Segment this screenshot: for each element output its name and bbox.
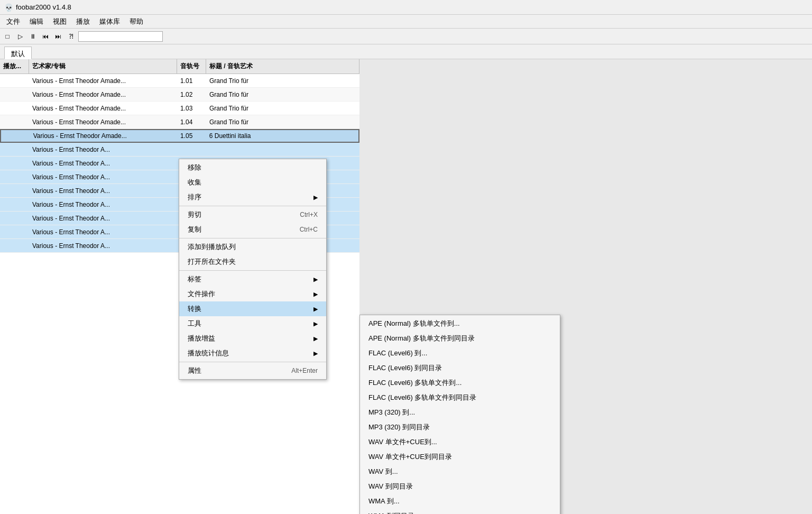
tab-default[interactable]: 默认 <box>4 47 32 59</box>
cell-artist: Various - Ernst Theodor Amade... <box>29 105 177 112</box>
context-menu-item-12[interactable]: 播放统计信息▶ <box>179 346 326 361</box>
track-header: 播放... 艺术家/专辑 音轨号 标题 / 音轨艺术 <box>0 59 359 74</box>
track-row[interactable]: Various - Ernst Theodor A... <box>0 143 359 157</box>
context-menu: 移除收集排序▶剪切Ctrl+X复制Ctrl+C添加到播放队列打开所在文件夹标签▶… <box>179 159 327 380</box>
toolbar-next[interactable]: ⏭ <box>53 31 63 42</box>
cell-artist: Various - Ernst Theodor A... <box>29 173 177 181</box>
cell-track: 1.03 <box>177 105 206 112</box>
convert-submenu-item-9[interactable]: WAV 单文件+CUE到同目录 <box>360 449 560 464</box>
header-artist: 艺术家/专辑 <box>29 59 177 74</box>
convert-submenu-item-5[interactable]: FLAC (Level6) 多轨单文件到同目录 <box>360 390 560 405</box>
convert-submenu-item-10[interactable]: WAV 到... <box>360 464 560 479</box>
cm-arrow: ▶ <box>313 335 318 342</box>
convert-submenu-item-3[interactable]: FLAC (Level6) 到同目录 <box>360 361 560 375</box>
menu-view[interactable]: 视图 <box>49 16 71 27</box>
toolbar-prev[interactable]: ⏮ <box>40 31 51 42</box>
cell-artist: Various - Ernst Theodor Amade... <box>30 132 177 140</box>
menu-bar: 文件 编辑 视图 播放 媒体库 帮助 <box>0 15 812 29</box>
menu-play[interactable]: 播放 <box>72 16 94 27</box>
convert-submenu-item-13[interactable]: WMA 到同目录 <box>360 509 560 514</box>
convert-submenu-item-4[interactable]: FLAC (Level6) 多轨单文件到... <box>360 375 560 390</box>
cell-track: 1.02 <box>177 91 206 98</box>
convert-submenu-item-8[interactable]: WAV 单文件+CUE到... <box>360 435 560 449</box>
context-menu-item-9[interactable]: 转换▶ <box>179 301 326 316</box>
convert-label: WAV 单文件+CUE到... <box>368 437 437 447</box>
app-icon: 💀 <box>4 3 13 12</box>
cell-track: 1.01 <box>177 77 206 85</box>
track-row[interactable]: Various - Ernst Theodor Amade... 1.04 Gr… <box>0 115 359 129</box>
cm-label: 文件操作 <box>188 289 215 299</box>
cell-title: Grand Trio für <box>206 105 359 112</box>
context-menu-item-5[interactable]: 添加到播放队列 <box>179 240 326 254</box>
context-menu-item-6[interactable]: 打开所在文件夹 <box>179 254 326 269</box>
convert-label: FLAC (Level6) 多轨单文件到... <box>368 378 462 388</box>
convert-label: WAV 到... <box>368 467 398 476</box>
track-row[interactable]: Various - Ernst Theodor Amade... 1.02 Gr… <box>0 88 359 102</box>
cm-separator <box>179 270 326 271</box>
convert-submenu-item-0[interactable]: APE (Normal) 多轨单文件到... <box>360 316 560 331</box>
cm-label: 添加到播放队列 <box>188 242 236 252</box>
menu-file[interactable]: 文件 <box>2 16 24 27</box>
cm-label: 移除 <box>188 163 201 172</box>
cm-separator <box>179 238 326 238</box>
context-menu-item-11[interactable]: 播放增益▶ <box>179 331 326 346</box>
cm-label: 收集 <box>188 178 201 187</box>
context-menu-item-1[interactable]: 收集 <box>179 175 326 190</box>
convert-submenu: APE (Normal) 多轨单文件到...APE (Normal) 多轨单文件… <box>359 315 560 514</box>
toolbar: □ ▷ ⏸ ⏮ ⏭ ⁈ <box>0 29 812 44</box>
context-menu-item-2[interactable]: 排序▶ <box>179 190 326 205</box>
context-menu-item-8[interactable]: 文件操作▶ <box>179 287 326 301</box>
context-menu-item-10[interactable]: 工具▶ <box>179 316 326 331</box>
convert-label: FLAC (Level6) 多轨单文件到同目录 <box>368 393 476 402</box>
convert-submenu-item-7[interactable]: MP3 (320) 到同目录 <box>360 420 560 435</box>
toolbar-stop[interactable]: □ <box>2 31 13 42</box>
convert-label: WMA 到同目录 <box>368 511 414 514</box>
convert-submenu-item-12[interactable]: WMA 到... <box>360 494 560 509</box>
cell-artist: Various - Ernst Theodor A... <box>29 201 177 208</box>
convert-label: MP3 (320) 到... <box>368 408 415 417</box>
cm-label: 标签 <box>188 274 201 284</box>
convert-label: WAV 单文件+CUE到同目录 <box>368 452 452 462</box>
menu-library[interactable]: 媒体库 <box>95 16 124 27</box>
cell-artist: Various - Ernst Theodor A... <box>29 146 177 153</box>
context-menu-item-13[interactable]: 属性Alt+Enter <box>179 363 326 378</box>
context-menu-item-4[interactable]: 复制Ctrl+C <box>179 222 326 237</box>
convert-submenu-item-1[interactable]: APE (Normal) 多轨单文件到同目录 <box>360 331 560 346</box>
header-play: 播放... <box>0 59 29 74</box>
cell-track: 1.05 <box>177 132 206 140</box>
menu-edit[interactable]: 编辑 <box>25 16 48 27</box>
menu-help[interactable]: 帮助 <box>125 16 147 27</box>
cm-label: 复制 <box>188 225 201 234</box>
search-input[interactable] <box>78 31 163 42</box>
cm-label: 打开所在文件夹 <box>188 257 236 267</box>
track-row[interactable]: Various - Ernst Theodor Amade... 1.01 Gr… <box>0 74 359 88</box>
context-menu-item-7[interactable]: 标签▶ <box>179 272 326 287</box>
track-row[interactable]: Various - Ernst Theodor Amade... 1.05 6 … <box>0 129 359 143</box>
cm-arrow: ▶ <box>313 350 318 357</box>
convert-label: APE (Normal) 多轨单文件到... <box>368 319 460 328</box>
cm-arrow: ▶ <box>313 276 318 283</box>
context-menu-item-0[interactable]: 移除 <box>179 160 326 175</box>
toolbar-play[interactable]: ▷ <box>15 31 25 42</box>
cm-arrow: ▶ <box>313 194 318 201</box>
cm-label: 播放增益 <box>188 334 215 343</box>
toolbar-misc[interactable]: ⁈ <box>66 31 76 42</box>
cell-title: 6 Duettini italia <box>206 132 358 140</box>
cm-arrow: ▶ <box>313 320 318 327</box>
cell-artist: Various - Ernst Theodor A... <box>29 215 177 222</box>
cm-label: 属性 <box>188 366 201 375</box>
convert-submenu-item-2[interactable]: FLAC (Level6) 到... <box>360 346 560 361</box>
cell-title: Grand Trio für <box>206 118 359 126</box>
convert-label: FLAC (Level6) 到... <box>368 348 427 358</box>
track-row[interactable]: Various - Ernst Theodor Amade... 1.03 Gr… <box>0 102 359 115</box>
cm-label: 播放统计信息 <box>188 348 229 358</box>
context-menu-item-3[interactable]: 剪切Ctrl+X <box>179 207 326 222</box>
title-bar: 💀 foobar2000 v1.4.8 <box>0 0 812 15</box>
toolbar-pause[interactable]: ⏸ <box>27 31 38 42</box>
convert-submenu-item-11[interactable]: WAV 到同目录 <box>360 479 560 494</box>
convert-submenu-item-6[interactable]: MP3 (320) 到... <box>360 405 560 420</box>
cell-artist: Various - Ernst Theodor Amade... <box>29 77 177 85</box>
cm-arrow: ▶ <box>313 291 318 298</box>
convert-label: MP3 (320) 到同目录 <box>368 423 430 432</box>
cell-artist: Various - Ernst Theodor A... <box>29 228 177 236</box>
